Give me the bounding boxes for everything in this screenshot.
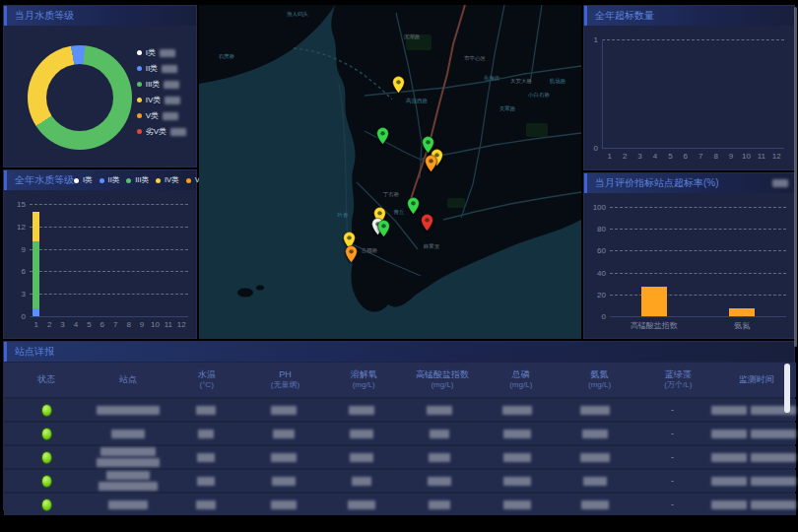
gridline bbox=[610, 273, 786, 274]
measurement-redacted bbox=[400, 453, 478, 462]
redacted-value bbox=[350, 453, 373, 462]
column-header-总磷: 总磷(mg/L) bbox=[482, 369, 561, 390]
legend-item-II类[interactable]: II类 bbox=[137, 63, 186, 74]
exceed-rate-chart[interactable]: 020406080100高锰酸盐指数氨氮 bbox=[584, 193, 794, 338]
measurement-redacted bbox=[478, 453, 556, 462]
gridline bbox=[610, 250, 786, 251]
x-category-label: 3 bbox=[60, 320, 64, 329]
redacted-value bbox=[503, 500, 531, 509]
legend-item-V类[interactable]: V类 bbox=[137, 110, 186, 121]
map-place-label: 滨湖路 bbox=[404, 33, 421, 40]
legend-dot bbox=[100, 178, 104, 183]
monitor-time-redacted bbox=[711, 477, 796, 486]
station-pin-yellow[interactable] bbox=[392, 76, 405, 94]
map-place-label: 青丘 bbox=[394, 209, 405, 216]
column-label: 氨氮 bbox=[561, 369, 639, 380]
table-row[interactable]: - bbox=[4, 399, 796, 421]
legend-dot bbox=[137, 82, 142, 87]
column-label: 蓝绿藻 bbox=[638, 369, 717, 380]
table-row[interactable]: - bbox=[4, 446, 796, 468]
bar[interactable] bbox=[33, 308, 39, 316]
table-scrollbar-thumb[interactable] bbox=[784, 364, 790, 413]
legend-item-IV类[interactable]: IV类 bbox=[137, 95, 186, 105]
annual-quality-chart[interactable]: 03691215123456789101112 bbox=[4, 190, 196, 338]
quality-donut-chart[interactable] bbox=[28, 45, 132, 150]
legend-item-III类[interactable]: III类 bbox=[126, 170, 149, 190]
measurement-redacted bbox=[166, 477, 244, 486]
station-pin-green[interactable] bbox=[376, 127, 389, 145]
x-category-label: 3 bbox=[637, 152, 641, 161]
bar[interactable] bbox=[641, 287, 667, 316]
legend-label: IV类 bbox=[165, 170, 179, 190]
panel-annual-quality: 全年水质等级 I类II类III类IV类V类劣V类 036912151234567… bbox=[3, 169, 197, 339]
station-pin-orange[interactable] bbox=[425, 155, 437, 172]
gridline bbox=[30, 227, 188, 228]
map-place-label: 机场路 bbox=[550, 78, 566, 85]
station-pin-orange[interactable] bbox=[345, 245, 358, 263]
x-category-label: 10 bbox=[151, 320, 160, 329]
bar[interactable] bbox=[33, 212, 39, 241]
map-place-label: 石庆桥 bbox=[219, 53, 235, 60]
redacted-value bbox=[100, 447, 156, 456]
table-row[interactable]: - bbox=[4, 423, 796, 444]
map-place-label: 高浪西路 bbox=[406, 98, 428, 104]
x-category-label: 11 bbox=[758, 152, 765, 161]
column-unit: (无量纲) bbox=[246, 380, 325, 390]
legend-label: V类 bbox=[146, 110, 159, 121]
panel-annual-quality-header: 全年水质等级 I类II类III类IV类V类劣V类 bbox=[4, 170, 196, 190]
city-map[interactable]: 石庆桥渔人码头滨湖路市中心区岳海街天安大桥机场路小白石桥高浪西路吴家路丁石桥青丘… bbox=[199, 5, 581, 339]
redacted-value bbox=[196, 406, 216, 415]
monitor-time-redacted bbox=[711, 430, 796, 438]
table-row[interactable]: - bbox=[4, 470, 796, 492]
x-axis-line bbox=[602, 148, 784, 149]
bar[interactable] bbox=[33, 241, 39, 308]
legend-item-劣V类[interactable]: 劣V类 bbox=[137, 126, 186, 137]
station-pin-red[interactable] bbox=[421, 214, 433, 232]
legend-item-III类[interactable]: III类 bbox=[137, 79, 186, 90]
x-category-label: 6 bbox=[684, 152, 688, 161]
algae-value: - bbox=[633, 429, 711, 438]
legend-dot bbox=[126, 178, 131, 183]
dashboard: 当月水质等级 I类II类III类IV类V类劣V类 全年水质等级 I类II类III… bbox=[3, 5, 795, 510]
panel-monthly-quality-title: 当月水质等级 bbox=[15, 6, 74, 26]
measurement-redacted bbox=[400, 500, 478, 509]
y-tick-label: 9 bbox=[22, 244, 26, 253]
x-axis-line bbox=[30, 316, 188, 317]
panel-annual-exceed-title: 全年超标数量 bbox=[595, 6, 654, 26]
measurement-redacted bbox=[166, 453, 244, 462]
panel-annual-exceed-header: 全年超标数量 bbox=[584, 6, 794, 26]
redacted-value bbox=[197, 477, 215, 486]
table-row[interactable]: - bbox=[4, 494, 796, 515]
measurement-redacted bbox=[244, 430, 322, 438]
redacted-value bbox=[99, 482, 158, 491]
annual-exceed-chart[interactable]: 01123456789101112 bbox=[584, 26, 794, 169]
legend-item-I类[interactable]: I类 bbox=[74, 170, 93, 190]
station-pin-green[interactable] bbox=[407, 197, 420, 215]
column-label: 状态 bbox=[4, 374, 89, 385]
x-category-label: 6 bbox=[100, 320, 104, 329]
map-place-label: 丁石桥 bbox=[383, 191, 400, 198]
station-name-redacted bbox=[89, 500, 166, 509]
station-pin-green[interactable] bbox=[377, 220, 390, 237]
legend-item-I类[interactable]: I类 bbox=[137, 47, 186, 58]
pin-icon bbox=[407, 197, 420, 215]
legend-label: II类 bbox=[146, 63, 158, 74]
bar[interactable] bbox=[729, 308, 755, 316]
station-name-redacted bbox=[89, 447, 166, 467]
redacted-value bbox=[503, 453, 531, 462]
measurement-redacted bbox=[478, 477, 556, 486]
measurement-redacted bbox=[244, 500, 322, 509]
redacted-value bbox=[582, 430, 608, 438]
page-scrollbar-thumb[interactable] bbox=[794, 7, 797, 347]
legend-label: IV类 bbox=[146, 95, 162, 105]
station-report-title: 站点详报 bbox=[15, 342, 54, 362]
legend-item-II类[interactable]: II类 bbox=[100, 170, 120, 190]
measurement-redacted bbox=[400, 477, 478, 486]
x-category-label: 高锰酸盐指数 bbox=[631, 320, 678, 331]
algae-value: - bbox=[633, 405, 711, 415]
map-place-label: 小白石桥 bbox=[528, 92, 550, 99]
legend-item-IV类[interactable]: IV类 bbox=[156, 170, 179, 190]
rate-panel-corner-redacted[interactable] bbox=[772, 179, 788, 187]
map-place-label: 市中心区 bbox=[464, 55, 486, 62]
y-tick-label: 80 bbox=[597, 225, 606, 233]
